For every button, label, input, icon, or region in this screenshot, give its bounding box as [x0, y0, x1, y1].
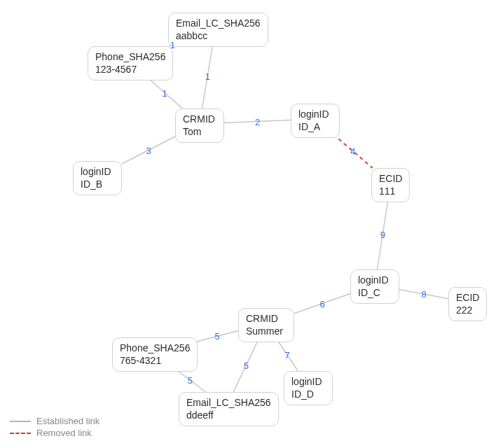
node-namespace: Email_LC_SHA256 [176, 18, 261, 30]
graph-edge [196, 331, 238, 342]
node-value: ddeeff [186, 410, 271, 422]
node-namespace: loginID [81, 166, 114, 178]
graph-edge-removed [333, 134, 373, 168]
node-value: ID_B [81, 178, 114, 191]
node-namespace: CRMID [183, 113, 216, 126]
graph-edge [377, 199, 388, 270]
graph-node[interactable]: loginIDID_C [350, 270, 399, 304]
graph-edge [122, 136, 175, 164]
graph-edge [174, 368, 206, 392]
node-namespace: CRMID [246, 313, 287, 326]
graph-edge [233, 339, 259, 392]
graph-node[interactable]: Email_LC_SHA256aabbcc [168, 13, 268, 47]
node-value: aabbcc [176, 30, 261, 43]
legend-line-icon [10, 433, 31, 434]
node-namespace: Email_LC_SHA256 [186, 397, 271, 410]
node-namespace: loginID [291, 376, 325, 388]
node-namespace: loginID [298, 108, 332, 121]
node-value: 123-4567 [95, 64, 165, 76]
node-value: 222 [456, 304, 479, 317]
graph-edge [147, 77, 183, 108]
node-value: 111 [379, 186, 402, 198]
graph-node[interactable]: loginIDID_D [284, 371, 333, 405]
graph-node[interactable]: ECID222 [448, 287, 487, 321]
graph-node[interactable]: Phone_SHA256765-4321 [112, 337, 198, 372]
node-value: Tom [183, 126, 216, 139]
node-namespace: ECID [379, 173, 402, 186]
graph-edge [277, 339, 298, 371]
legend-label: Removed link [36, 428, 92, 438]
graph-edge [224, 120, 291, 122]
legend-label: Established link [36, 416, 99, 426]
node-value: ID_C [358, 287, 392, 300]
graph-node[interactable]: loginIDID_B [73, 161, 122, 195]
graph-edge [202, 43, 213, 108]
legend: Established link Removed link [10, 414, 99, 438]
node-namespace: Phone_SHA256 [120, 342, 190, 355]
graph-node[interactable]: Email_LC_SHA256ddeeff [179, 392, 279, 426]
graph-edges [0, 0, 496, 448]
legend-removed: Removed link [10, 428, 99, 438]
graph-node[interactable]: CRMIDTom [175, 108, 224, 143]
graph-node[interactable]: loginIDID_A [291, 104, 340, 138]
graph-edge [399, 290, 448, 299]
graph-node[interactable]: Phone_SHA256123-4567 [88, 46, 173, 80]
node-value: ID_D [291, 388, 325, 401]
graph-node[interactable]: CRMIDSummer [238, 308, 294, 342]
legend-line-icon [10, 421, 31, 422]
graph-edge [294, 293, 350, 313]
node-namespace: ECID [456, 292, 479, 304]
legend-established: Established link [10, 416, 99, 426]
node-value: Summer [246, 326, 287, 338]
graph-node[interactable]: ECID111 [371, 168, 410, 202]
node-value: ID_A [298, 121, 332, 134]
node-namespace: Phone_SHA256 [95, 51, 165, 64]
node-namespace: loginID [358, 274, 392, 287]
node-value: 765-4321 [120, 355, 190, 368]
